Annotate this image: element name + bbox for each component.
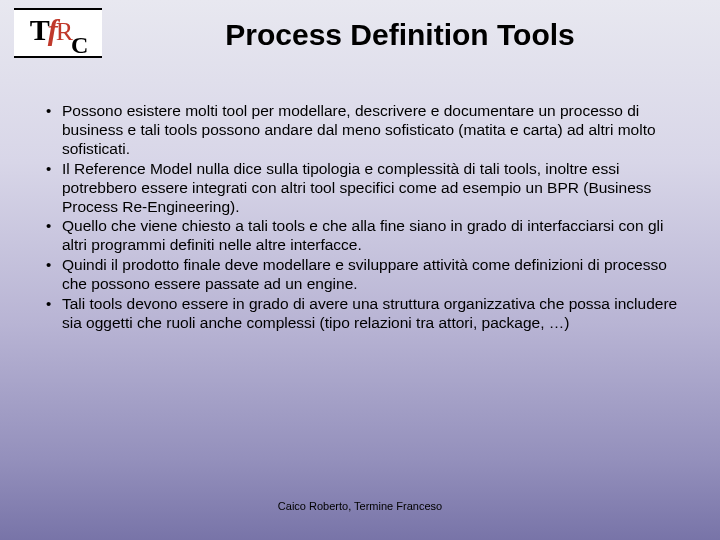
list-item: Tali tools devono essere in grado di ave… (40, 295, 680, 333)
logo-text: TfRC (30, 13, 87, 53)
slide-body: Possono esistere molti tool per modellar… (0, 52, 720, 333)
list-item: Il Reference Model nulla dice sulla tipo… (40, 160, 680, 217)
slide-footer: Caico Roberto, Termine Franceso (0, 500, 720, 512)
list-item: Quindi il prodotto finale deve modellare… (40, 256, 680, 294)
logo-letter-t: T (30, 13, 48, 46)
list-item: Quello che viene chiesto a tali tools e … (40, 217, 680, 255)
slide-title: Process Definition Tools (0, 0, 720, 52)
bullet-list: Possono esistere molti tool per modellar… (40, 102, 680, 333)
logo: TfRC (14, 8, 102, 58)
logo-letter-c: C (71, 32, 86, 59)
logo-letter-f: f (48, 13, 56, 46)
logo-letter-r: R (56, 17, 71, 46)
list-item: Possono esistere molti tool per modellar… (40, 102, 680, 159)
